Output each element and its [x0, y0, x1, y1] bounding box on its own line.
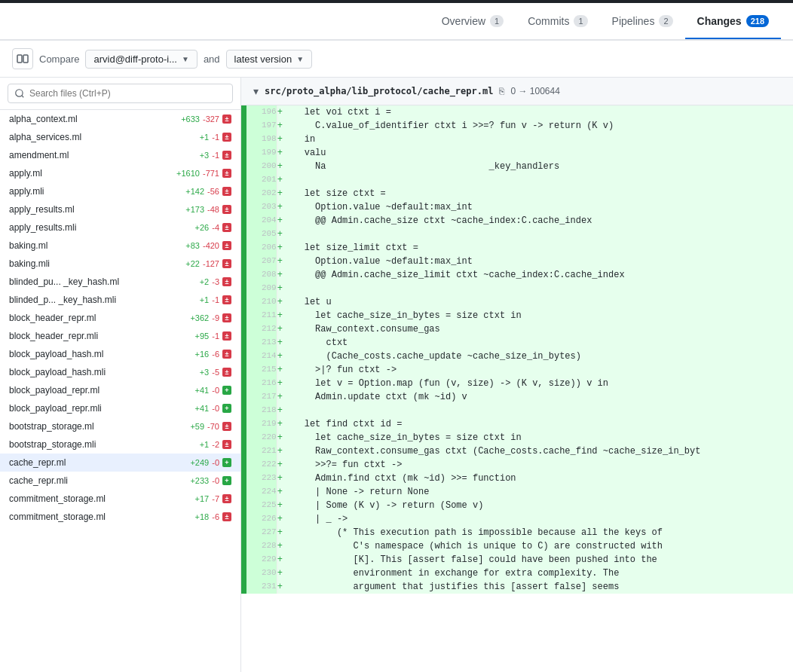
line-side-indicator	[241, 200, 246, 214]
line-code: valu	[283, 146, 793, 160]
file-name: apply.mli	[9, 186, 185, 197]
stat-add: +59	[190, 422, 204, 431]
file-modified-icon: ±	[222, 512, 231, 521]
stat-add: +1	[200, 440, 210, 449]
line-code: Admin.update ctxt (mk ~id) v	[283, 390, 793, 404]
file-list-item[interactable]: baking.ml+83-420±	[0, 237, 240, 255]
line-plus-indicator: +	[277, 444, 283, 458]
line-number: 228	[246, 539, 277, 553]
file-list-item[interactable]: amendment.ml+3-1±	[0, 146, 240, 164]
file-list-item[interactable]: block_payload_repr.ml+41-0+	[0, 381, 240, 399]
line-plus-indicator: +	[277, 200, 283, 214]
stat-add: +26	[195, 223, 210, 232]
file-stats: +17-7±	[195, 494, 231, 503]
file-list-item[interactable]: apply_results.ml+173-48±	[0, 200, 240, 218]
file-list-item[interactable]: alpha_services.ml+1-1±	[0, 128, 240, 146]
expand-icon[interactable]: ▾	[253, 85, 259, 97]
file-list-item[interactable]: block_payload_hash.mli+3-5±	[0, 363, 240, 381]
tab-commits[interactable]: Commits 1	[516, 5, 599, 39]
compare-icon-button[interactable]	[12, 48, 33, 69]
line-code: ctxt	[283, 336, 793, 350]
stat-add: +249	[190, 458, 209, 467]
tab-overview[interactable]: Overview 1	[430, 5, 516, 39]
file-stats: +362-9±	[190, 313, 231, 322]
file-list-item[interactable]: block_payload_hash.ml+16-6±	[0, 345, 240, 363]
stat-add: +41	[195, 386, 210, 395]
file-name: bootstrap_storage.ml	[9, 421, 190, 432]
file-list-item[interactable]: cache_repr.ml+249-0+	[0, 454, 240, 472]
file-list-item[interactable]: cache_repr.mli+233-0+	[0, 472, 240, 490]
line-plus-indicator: +	[277, 322, 283, 336]
line-code	[283, 282, 793, 295]
file-stats: +22-127±	[185, 259, 231, 268]
line-code: | None -> return None	[283, 485, 793, 499]
compare-to-value: latest version	[234, 53, 292, 65]
table-row: 212+ Raw_context.consume_gas	[241, 322, 793, 336]
line-side-indicator	[241, 309, 246, 322]
file-stats: +18-6±	[195, 512, 231, 521]
stat-add: +3	[200, 151, 210, 160]
line-code: Raw_context.consume_gas	[283, 322, 793, 336]
line-side-indicator	[241, 255, 246, 268]
line-number: 213	[246, 336, 277, 350]
compare-from-select[interactable]: arvid@diff-proto-i... ▼	[85, 50, 197, 69]
file-list-item[interactable]: blinded_pu... _key_hash.ml+2-3±	[0, 273, 240, 291]
stat-add: +173	[185, 205, 204, 214]
file-name: baking.mli	[9, 258, 185, 269]
file-name: commitment_storage.ml	[9, 493, 195, 504]
file-list-item[interactable]: commitment_storage.ml+18-6±	[0, 508, 240, 526]
stat-del: -327	[203, 115, 219, 124]
line-plus-indicator: +	[277, 512, 283, 526]
stat-del: -6	[212, 350, 219, 359]
line-number: 229	[246, 553, 277, 567]
file-list-item[interactable]: baking.mli+22-127±	[0, 255, 240, 273]
stat-add: +1	[200, 133, 210, 142]
stat-del: -0	[212, 386, 219, 395]
tab-changes[interactable]: Changes 218	[685, 5, 781, 39]
file-name: baking.ml	[9, 240, 185, 251]
file-list-item[interactable]: apply.mli+142-56±	[0, 182, 240, 200]
file-modified-icon: ±	[222, 331, 231, 341]
file-stats: +16-6±	[195, 350, 231, 359]
table-row: 208+ @@ Admin.cache_size_limit ctxt ~cac…	[241, 268, 793, 282]
file-list-item[interactable]: alpha_context.ml+633-327±	[0, 110, 240, 128]
table-row: 222+ >>?= fun ctxt ->	[241, 458, 793, 472]
line-code: Option.value ~default:max_int	[283, 255, 793, 268]
stat-del: -1	[212, 295, 219, 304]
file-list-item[interactable]: block_header_repr.ml+362-9±	[0, 309, 240, 327]
line-code: | _ ->	[283, 512, 793, 526]
file-list-item[interactable]: blinded_p... _key_hash.mli+1-1±	[0, 291, 240, 309]
file-list-item[interactable]: block_payload_repr.mli+41-0+	[0, 399, 240, 417]
table-row: 221+ Raw_context.consume_gas ctxt (Cache…	[241, 444, 793, 458]
file-stats: +41-0+	[195, 404, 231, 413]
file-list-item[interactable]: bootstrap_storage.ml+59-70±	[0, 417, 240, 435]
table-row: 210+ let u	[241, 295, 793, 309]
file-stats: +173-48±	[185, 205, 231, 214]
file-list-item[interactable]: bootstrap_storage.mli+1-2±	[0, 435, 240, 454]
file-name: alpha_services.ml	[9, 132, 200, 142]
file-modified-icon: ±	[222, 368, 231, 377]
tab-pipelines[interactable]: Pipelines 2	[600, 5, 685, 39]
file-stats: +142-56±	[185, 187, 231, 196]
search-input[interactable]	[8, 84, 233, 103]
file-stats: +83-420±	[185, 241, 231, 250]
top-nav: Overview 1 Commits 1 Pipelines 2 Changes…	[0, 3, 793, 41]
file-list-item[interactable]: apply.ml+1610-771±	[0, 164, 240, 182]
line-number: 218	[246, 404, 277, 417]
table-row: 230+ environment in exchange for extra c…	[241, 567, 793, 580]
file-list-item[interactable]: block_header_repr.mli+95-1±	[0, 327, 240, 345]
file-list-item[interactable]: apply_results.mli+26-4±	[0, 218, 240, 237]
file-name: commitment_storage.ml	[9, 512, 195, 522]
copy-icon[interactable]: ⎘	[499, 86, 504, 96]
line-side-indicator	[241, 363, 246, 377]
table-row: 201+	[241, 173, 793, 187]
compare-to-select[interactable]: latest version ▼	[226, 50, 313, 69]
line-code	[283, 173, 793, 187]
file-modified-icon: ±	[222, 115, 231, 124]
line-plus-indicator: +	[277, 295, 283, 309]
diff-file-path: src/proto_alpha/lib_protocol/cache_repr.…	[265, 86, 493, 96]
line-plus-indicator: +	[277, 567, 283, 580]
line-number: 223	[246, 472, 277, 485]
table-row: 211+ let cache_size_in_bytes = size ctxt…	[241, 309, 793, 322]
file-list-item[interactable]: commitment_storage.ml+17-7±	[0, 490, 240, 508]
